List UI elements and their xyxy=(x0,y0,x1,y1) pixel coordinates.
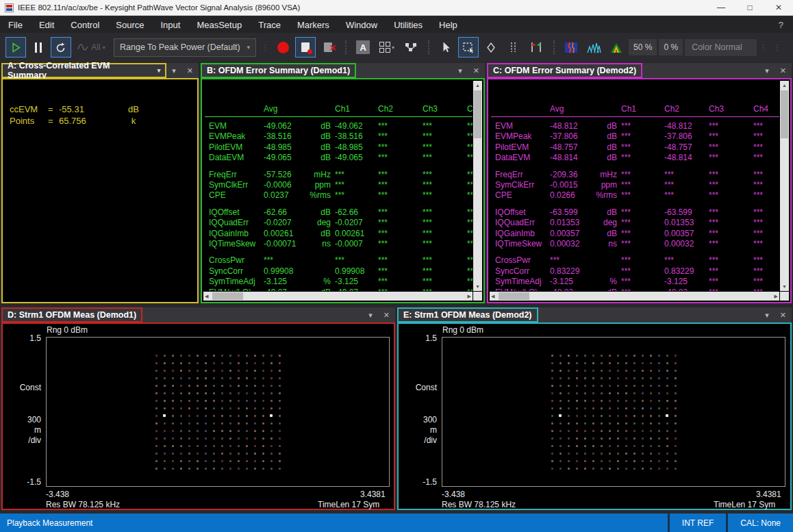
panel-collapse-icon[interactable]: ▾ xyxy=(453,66,468,75)
minimize-button[interactable]: — xyxy=(707,0,735,15)
panel-e-header[interactable]: E: Strm1 OFDM Meas (Demod2) ▾ ✕ xyxy=(397,307,792,322)
menu-item-markers[interactable]: Markers xyxy=(289,18,338,32)
panel-collapse-icon[interactable]: ▾ xyxy=(363,311,378,320)
offset-lines-button[interactable] xyxy=(503,37,524,58)
vertical-scrollbar[interactable]: ▲▼ xyxy=(473,81,482,291)
constellation-dot xyxy=(246,460,248,462)
panel-e-title[interactable]: E: Strm1 OFDM Meas (Demod2) xyxy=(397,307,538,322)
pause-button[interactable] xyxy=(28,37,49,58)
zoom-select-button[interactable] xyxy=(458,37,479,58)
cal-indicator[interactable]: CAL: None xyxy=(726,514,793,532)
close-button[interactable]: ✕ xyxy=(764,0,793,15)
menu-item-trace[interactable]: Trace xyxy=(250,18,289,32)
clear-recording-button[interactable]: ✕ xyxy=(318,37,338,58)
constellation-dot xyxy=(172,362,174,364)
panel-collapse-icon[interactable]: ▾ xyxy=(759,66,775,75)
panel-close-icon[interactable]: ✕ xyxy=(775,66,792,75)
constellation-plot[interactable] xyxy=(442,337,785,487)
clear-recording-icon: ✕ xyxy=(324,42,332,52)
menu-item-utilities[interactable]: Utilities xyxy=(386,18,431,32)
constellation-dot xyxy=(584,460,586,462)
zoom-y-box[interactable]: 0 % xyxy=(659,39,683,55)
panel-b-title[interactable]: B: OFDM Error Summary (Demod1) xyxy=(201,63,356,78)
zoom-x-box[interactable]: 50 % xyxy=(629,39,657,55)
constellation-dot xyxy=(270,430,273,432)
waterfall-button[interactable] xyxy=(583,37,604,58)
menu-item-input[interactable]: Input xyxy=(152,18,188,32)
recording-playback-button[interactable] xyxy=(295,37,316,58)
constellation-dot xyxy=(180,362,182,364)
annotation-button[interactable]: A xyxy=(353,37,373,58)
table-row: EVMPeak-37.806dB***-37.806****** xyxy=(490,131,779,142)
layout-grid-button[interactable]: ▾ xyxy=(375,37,399,58)
constellation-dot xyxy=(270,468,273,470)
vertical-scrollbar[interactable]: ▲▼ xyxy=(780,81,789,291)
panel-close-icon[interactable]: ✕ xyxy=(775,311,792,320)
restart-button[interactable] xyxy=(51,37,71,58)
constellation-dot xyxy=(221,445,223,447)
constellation-dot xyxy=(279,460,281,462)
panel-d-title[interactable]: D: Strm1 OFDM Meas (Demod1) xyxy=(1,307,142,322)
table-row: SyncCorr0.999080.99908********* xyxy=(203,266,473,276)
autorange-button[interactable]: All ▾ xyxy=(73,37,109,58)
maximize-button[interactable]: □ xyxy=(735,0,764,15)
horizontal-scrollbar[interactable]: ◀▶ xyxy=(490,292,779,301)
panel-b-header[interactable]: B: OFDM Error Summary (Demod1) ▾ ✕ xyxy=(201,63,485,78)
panel-collapse-icon[interactable]: ▾ xyxy=(166,66,181,75)
menu-item-control[interactable]: Control xyxy=(62,18,108,32)
constellation-dot xyxy=(279,400,281,402)
horizontal-scrollbar[interactable]: ◀▶ xyxy=(203,292,473,301)
constellation-dot xyxy=(180,438,182,440)
constellation-dot xyxy=(551,392,553,394)
spectrogram-button[interactable] xyxy=(561,37,581,58)
color-dropdown[interactable]: Color Normal xyxy=(685,39,757,56)
panel-a-header[interactable]: A: Cross-Correlated EVM Summary ▾ ▾ ✕ xyxy=(1,63,199,78)
help-icon[interactable]: ? xyxy=(779,20,783,30)
constellation-dot xyxy=(262,415,264,417)
constellation-dot xyxy=(642,362,644,364)
panel-a-title[interactable]: A: Cross-Correlated EVM Summary ▾ xyxy=(1,63,166,78)
panel-d-header[interactable]: D: Strm1 OFDM Meas (Demod1) ▾ ✕ xyxy=(1,307,395,322)
menu-item-meassetup[interactable]: MeasSetup xyxy=(188,18,250,32)
panel-close-icon[interactable]: ✕ xyxy=(468,66,485,75)
band-markers-button[interactable] xyxy=(526,37,546,58)
menu-item-file[interactable]: File xyxy=(0,18,31,32)
constellation-dot xyxy=(221,460,223,462)
constellation-dot xyxy=(254,385,256,387)
arrange-traces-button[interactable] xyxy=(401,37,421,58)
marker-diamond-button[interactable] xyxy=(481,37,501,58)
constellation-dot xyxy=(568,430,570,432)
constellation-dot xyxy=(270,400,273,402)
chevron-down-icon[interactable]: ▾ xyxy=(158,67,161,74)
constellation-dot xyxy=(584,415,586,417)
record-button[interactable] xyxy=(273,37,293,58)
panel-collapse-icon[interactable]: ▾ xyxy=(759,311,775,320)
constellation-dot xyxy=(576,415,578,417)
constellation-dot xyxy=(551,430,553,432)
constellation-dot xyxy=(650,453,652,455)
constellation-dot xyxy=(601,400,603,402)
constellation-plot[interactable] xyxy=(46,337,390,487)
menu-item-edit[interactable]: Edit xyxy=(31,18,62,32)
constellation-dot xyxy=(221,430,223,432)
constellation-dot xyxy=(666,355,668,357)
panel-c-title[interactable]: C: OFDM Error Summary (Demod2) xyxy=(487,63,642,78)
constellation-dot xyxy=(609,468,611,470)
menu-item-source[interactable]: Source xyxy=(108,18,152,32)
panel-close-icon[interactable]: ✕ xyxy=(378,311,395,320)
menu-item-help[interactable]: Help xyxy=(431,18,466,32)
panel-close-icon[interactable]: ✕ xyxy=(181,66,199,75)
panel-c-header[interactable]: C: OFDM Error Summary (Demod2) ▾ ✕ xyxy=(487,63,792,78)
table-row: SymClkErr-0.0006ppm************ xyxy=(203,179,473,190)
constellation-dot xyxy=(254,355,256,357)
trace-peak-button[interactable] xyxy=(606,37,627,58)
int-ref-indicator[interactable]: INT REF xyxy=(668,514,726,532)
constellation-dot xyxy=(658,460,660,462)
table-row: CrossPwr*************** xyxy=(203,255,473,266)
constellation-dot xyxy=(205,377,207,379)
pointer-button[interactable] xyxy=(436,37,456,58)
constellation-grid xyxy=(152,352,284,472)
play-button[interactable] xyxy=(5,37,26,58)
range-dropdown[interactable]: Range To Peak Power (Default) ▾ xyxy=(114,38,256,57)
menu-item-window[interactable]: Window xyxy=(338,18,386,32)
